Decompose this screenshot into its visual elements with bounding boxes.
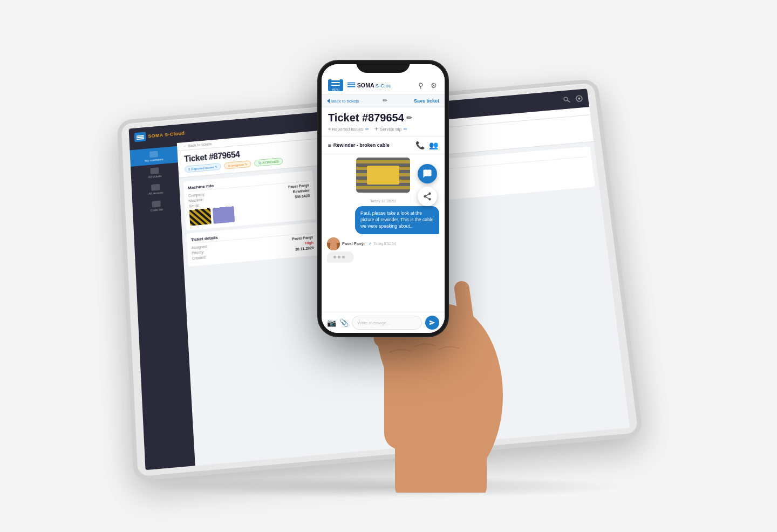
main-scene: SOMA S-Cloud My machines	[92, 50, 685, 482]
chat-fab-button[interactable]	[418, 164, 437, 183]
phone-ticket-header: Ticket #879654 ✏	[322, 107, 445, 126]
typing-indicator	[327, 251, 354, 263]
tab-label: Reported issues	[332, 127, 363, 132]
phone-fab-area	[418, 164, 437, 206]
tag-in-progress: In progress ✎	[224, 160, 251, 169]
dot-2	[338, 256, 340, 258]
menu-line	[331, 82, 340, 83]
phone-input-bar: 📷 📎 Write message...	[322, 312, 445, 333]
phone-device: MENU SOMA S-Cloud ⚲ ⚙	[318, 61, 448, 336]
issue-icon: ≡	[328, 142, 331, 148]
tablet-ticket-details: Ticket details Assigned: Pavel Panýr Pri…	[186, 222, 319, 267]
phone-notch	[356, 61, 410, 73]
phone-ticket-title: Ticket #879654 ✏	[328, 112, 438, 124]
tablet-logo-icon	[134, 132, 146, 142]
outgoing-message: Paul, please take a look at the picture …	[355, 206, 439, 234]
menu-label: MENU	[332, 88, 340, 91]
message-placeholder: Write message...	[358, 320, 390, 325]
phone-tabs: ≡ Reported issues ✏ ✈ Service trip ✏	[322, 126, 445, 137]
phone-issue-card: ≡ Rewinder - broken cable 📞 👥	[322, 137, 445, 154]
thumb-stripes	[189, 208, 212, 226]
incoming-header: Pavel Panýr ✓ Today 0:32:54	[327, 237, 396, 250]
sender-avatar	[327, 237, 340, 250]
sidebar-icon	[151, 184, 160, 191]
tablet-topbar-icons	[563, 94, 584, 103]
tab-icon: ≡	[328, 126, 331, 132]
share-fab-button[interactable]	[418, 187, 437, 206]
call-icon[interactable]: 📞	[415, 141, 425, 149]
sidebar-icon	[152, 201, 161, 208]
phone-screen: MENU SOMA S-Cloud ⚲ ⚙	[322, 64, 445, 333]
sidebar-label: Code list	[151, 208, 163, 212]
dot-3	[342, 256, 345, 258]
sender-time: Today 0:32:54	[374, 242, 396, 245]
industrial-image	[356, 158, 410, 193]
avatar-face	[327, 237, 340, 250]
send-button[interactable]	[425, 316, 439, 330]
verified-icon: ✓	[369, 242, 372, 246]
ticket-number: Ticket #879654	[328, 112, 404, 124]
dot-1	[333, 256, 336, 258]
tag-reported: ≡ Reported issues ✎	[185, 163, 221, 173]
thumb-1	[189, 208, 212, 226]
menu-line	[331, 85, 340, 86]
sidebar-icon	[149, 151, 158, 158]
svg-rect-2	[137, 138, 144, 140]
incoming-message: Pavel Panýr ✓ Today 0:32:54	[327, 237, 396, 263]
search-icon[interactable]: ⚲	[417, 81, 425, 90]
tab-edit[interactable]: ✏	[404, 127, 407, 132]
issue-title: ≡ Rewinder - broken cable	[328, 142, 390, 148]
menu-button[interactable]: MENU	[328, 79, 343, 91]
svg-line-4	[568, 100, 570, 103]
back-button[interactable]: Back to tickets	[327, 99, 359, 104]
sidebar-icon	[150, 167, 159, 174]
tag-attached: 📎 ATTACHED	[254, 158, 283, 167]
tablet-logo: SOMA S-Cloud	[134, 128, 185, 142]
back-label: Back to tickets	[331, 99, 359, 104]
tab-service-trip[interactable]: ✈ Service trip ✏	[374, 126, 407, 133]
svg-rect-15	[347, 83, 355, 84]
image-thumbnail	[356, 158, 410, 193]
svg-rect-14	[395, 433, 487, 493]
settings-icon[interactable]: ⚙	[430, 81, 438, 90]
save-button[interactable]: Save ticket	[414, 98, 439, 104]
tab-reported-issues[interactable]: ≡ Reported issues ✏	[328, 126, 369, 133]
message-input[interactable]: Write message...	[352, 316, 422, 330]
svg-rect-1	[137, 137, 144, 138]
sidebar-label: All tickets	[148, 174, 162, 179]
sidebar-label: All recipes	[148, 191, 163, 195]
svg-rect-17	[347, 86, 355, 87]
attach-icon[interactable]: 📎	[339, 318, 349, 327]
title-edit-icon[interactable]: ✏	[406, 114, 412, 122]
tab-label: Service trip	[380, 127, 401, 132]
sidebar-label: My machines	[145, 158, 163, 162]
phone-logo: SOMA S-Cloud	[347, 80, 412, 90]
svg-rect-16	[347, 84, 355, 85]
tablet-machine-info: Machine info Company: Pavel Panýr Machin…	[183, 170, 316, 230]
menu-line	[331, 79, 340, 80]
tablet-logo-text: SOMA S-Cloud	[148, 131, 185, 139]
sidebar-item-code-list[interactable]: Code list	[132, 196, 181, 217]
issue-actions: 📞 👥	[415, 141, 438, 149]
svg-text:SOMA: SOMA	[357, 82, 374, 88]
svg-rect-0	[137, 135, 144, 137]
tab-edit[interactable]: ✏	[365, 127, 369, 132]
phone-navbar: Back to tickets ✏ Save ticket	[322, 95, 445, 107]
svg-point-3	[564, 97, 568, 101]
edit-icon[interactable]: ✏	[383, 97, 390, 105]
tablet-left-panel: Machine info Company: Pavel Panýr Machin…	[179, 166, 339, 466]
tab-icon: ✈	[374, 126, 379, 132]
sender-name: Pavel Panýr	[342, 241, 365, 246]
back-arrow-icon	[327, 99, 330, 103]
camera-icon[interactable]: 📷	[327, 318, 336, 327]
svg-point-6	[578, 97, 581, 99]
phone-chat: Today 12:26:59 Paul, please take a look …	[322, 196, 445, 312]
team-icon[interactable]: 👥	[429, 141, 438, 149]
thumb-2	[213, 206, 235, 224]
svg-text:S-Cloud: S-Cloud	[376, 83, 391, 88]
